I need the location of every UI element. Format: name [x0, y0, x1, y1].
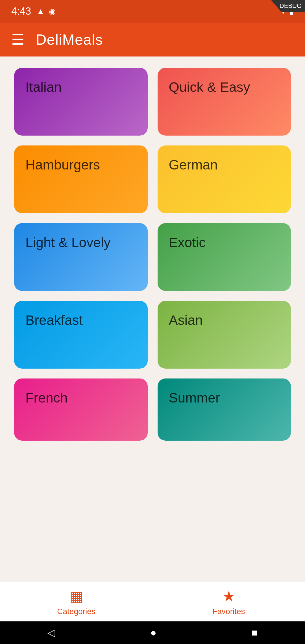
category-label-hamburgers: Hamburgers — [25, 157, 100, 173]
category-label-german: German — [169, 157, 218, 173]
category-card-light-lovely[interactable]: Light & Lovely — [14, 223, 148, 291]
home-button[interactable]: ● — [150, 627, 156, 639]
category-label-quick-easy: Quick & Easy — [169, 79, 250, 95]
category-card-quick-easy[interactable]: Quick & Easy — [158, 68, 291, 136]
category-card-hamburgers[interactable]: Hamburgers — [14, 145, 148, 213]
category-card-german[interactable]: German — [158, 145, 291, 213]
category-card-exotic[interactable]: Exotic — [158, 223, 291, 291]
status-bar-left: 4:43 ▲ ◉ — [11, 5, 56, 17]
categories-grid: ItalianQuick & EasyHamburgersGermanLight… — [0, 56, 305, 452]
category-card-french[interactable]: French — [14, 378, 148, 441]
menu-icon[interactable]: ☰ — [11, 31, 25, 48]
recents-button[interactable]: ■ — [251, 627, 258, 639]
category-card-asian[interactable]: Asian — [158, 301, 291, 369]
status-bar: 4:43 ▲ ◉ ▾ ▮ DEBUG — [0, 0, 305, 23]
bottom-nav: ▦Categories★Favorites — [0, 582, 305, 621]
category-card-italian[interactable]: Italian — [14, 68, 148, 136]
nav-label-categories: Categories — [57, 607, 95, 616]
signal-icon: ▲ — [37, 7, 45, 16]
status-time: 4:43 — [11, 5, 31, 17]
category-label-exotic: Exotic — [169, 234, 206, 251]
category-label-summer: Summer — [169, 390, 220, 406]
status-icons: ▲ ◉ — [37, 7, 56, 16]
nav-item-categories[interactable]: ▦Categories — [0, 588, 152, 616]
category-label-breakfast: Breakfast — [25, 312, 83, 328]
app-title: DeliMeals — [36, 31, 103, 48]
debug-badge: DEBUG — [271, 0, 305, 12]
nav-item-favorites[interactable]: ★Favorites — [152, 588, 305, 616]
nav-icon-categories: ▦ — [69, 588, 83, 605]
category-label-asian: Asian — [169, 312, 203, 328]
app-bar: ☰ DeliMeals — [0, 23, 305, 56]
system-nav: ◁ ● ■ — [0, 621, 305, 644]
category-card-breakfast[interactable]: Breakfast — [14, 301, 148, 369]
notification-icon: ◉ — [49, 7, 56, 16]
category-label-italian: Italian — [25, 79, 62, 95]
category-label-french: French — [25, 390, 67, 406]
category-card-summer[interactable]: Summer — [158, 378, 291, 441]
category-label-light-lovely: Light & Lovely — [25, 234, 111, 251]
nav-label-favorites: Favorites — [212, 607, 245, 616]
back-button[interactable]: ◁ — [47, 627, 55, 639]
nav-icon-favorites: ★ — [222, 588, 236, 605]
